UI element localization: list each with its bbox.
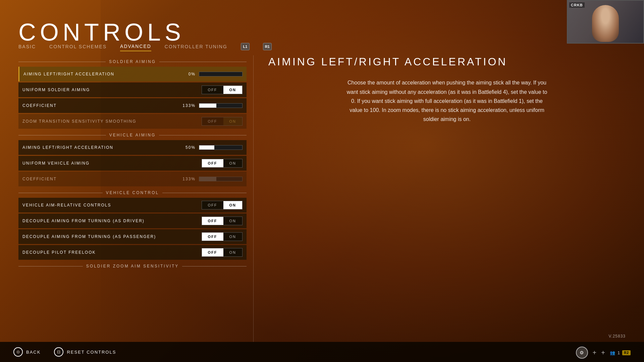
tab-basic[interactable]: BASIC xyxy=(18,42,36,51)
slider-fill-vehicle-aiming-lr xyxy=(199,145,214,149)
plus-icon-2: + xyxy=(601,349,605,357)
detail-title: AIMING LEFT/RIGHT ACCELERATION xyxy=(268,55,626,68)
slider-vehicle-coefficient xyxy=(199,177,243,181)
setting-name-vehicle-coefficient: COEFFICIENT xyxy=(22,177,179,181)
setting-row-uniform-soldier-aiming[interactable]: UNIFORM SOLDIER AIMING OFF ON xyxy=(18,82,247,97)
back-label: BACK xyxy=(26,350,41,355)
toggle-off-vehicle-aim-relative[interactable]: OFF xyxy=(202,201,223,209)
setting-row-vehicle-aim-relative[interactable]: VEHICLE AIM-RELATIVE CONTROLS OFF ON xyxy=(18,198,247,213)
webcam-person xyxy=(592,5,619,42)
section-vehicle-control-label: VEHICLE CONTROL xyxy=(106,190,159,195)
reset-label: RESET CONTROLS xyxy=(67,350,116,355)
settings-wheel-icon[interactable]: ⚙ xyxy=(576,347,588,359)
setting-name-coefficient: COEFFICIENT xyxy=(22,103,179,108)
toggle-on-vehicle-aim-relative[interactable]: ON xyxy=(223,201,243,209)
toggle-vehicle-aim-relative[interactable]: OFF ON xyxy=(202,201,243,209)
team-symbol: 👥 xyxy=(610,350,615,355)
slider-vehicle-aiming-lr[interactable] xyxy=(199,145,243,150)
reset-icon: ⊡ xyxy=(54,347,63,357)
section-soldier-zoom-header: SOLDIER ZOOM AIM SENSITIVITY xyxy=(18,264,247,268)
setting-name-decouple-driver: DECOUPLE AIMING FROM TURNING (AS DRIVER) xyxy=(22,219,202,223)
back-button[interactable]: ⊙ BACK xyxy=(13,347,41,357)
player-count: 1 xyxy=(618,350,620,355)
team-icon: 👥 1 R2 xyxy=(610,350,631,355)
setting-row-coefficient[interactable]: COEFFICIENT 133% xyxy=(18,98,247,113)
toggle-on-uniform-soldier-aiming[interactable]: ON xyxy=(223,86,243,94)
setting-value-aiming-lr-accel: 0% xyxy=(179,72,196,76)
detail-description: Choose the amount of acceleration when p… xyxy=(346,78,548,124)
section-line-va-right xyxy=(159,135,247,135)
toggle-on-zoom-transition: ON xyxy=(223,117,243,125)
toggle-off-zoom-transition: OFF xyxy=(202,117,223,125)
plus-icon-1: + xyxy=(593,349,597,357)
section-soldier-zoom-label: SOLDIER ZOOM AIM SENSITIVITY xyxy=(86,264,179,268)
right-panel: AIMING LEFT/RIGHT ACCELERATION Choose th… xyxy=(268,55,626,342)
setting-row-decouple-passenger[interactable]: DECOUPLE AIMING FROM TURNING (AS PASSENG… xyxy=(18,229,247,244)
toggle-zoom-transition: OFF ON xyxy=(202,117,243,126)
section-vehicle-aiming-header: VEHICLE AIMING xyxy=(18,133,247,137)
setting-row-aiming-lr-accel[interactable]: AIMING LEFT/RIGHT ACCELERATION 0% xyxy=(18,67,247,81)
slider-fill-vehicle-coefficient xyxy=(199,177,216,181)
setting-name-aiming-lr-accel: AIMING LEFT/RIGHT ACCELERATION xyxy=(23,72,179,76)
section-line-vc-left xyxy=(18,193,103,193)
setting-name-uniform-vehicle-aiming: UNIFORM VEHICLE AIMING xyxy=(22,161,202,166)
setting-name-uniform-soldier-aiming: UNIFORM SOLDIER AIMING xyxy=(22,87,202,92)
toggle-uniform-vehicle-aiming[interactable]: OFF ON xyxy=(202,159,243,168)
setting-name-decouple-pilot-freelook: DECOUPLE PILOT FREELOOK xyxy=(22,250,202,255)
toggle-off-uniform-soldier-aiming[interactable]: OFF xyxy=(202,86,223,94)
main-content: CRKB CONTROLS BASIC CONTROL SCHEMES ADVA… xyxy=(0,0,644,362)
toggle-off-decouple-passenger[interactable]: OFF xyxy=(202,233,223,241)
toggle-on-decouple-pilot-freelook[interactable]: ON xyxy=(223,248,243,256)
tab-advanced[interactable]: ADVANCED xyxy=(120,42,151,51)
tab-control-schemes[interactable]: CONTROL SCHEMES xyxy=(49,42,107,51)
section-line-right xyxy=(159,62,247,62)
badge-r1: R1 xyxy=(263,43,272,50)
bottom-right-icons: ⚙ + + 👥 1 R2 xyxy=(576,347,631,359)
nav-tabs: BASIC CONTROL SCHEMES ADVANCED CONTROLLE… xyxy=(18,42,272,51)
toggle-off-uniform-vehicle-aiming[interactable]: OFF xyxy=(202,159,223,167)
webcam-tag: CRKB xyxy=(569,2,585,8)
setting-row-decouple-pilot-freelook[interactable]: DECOUPLE PILOT FREELOOK OFF ON xyxy=(18,245,247,260)
setting-row-decouple-driver[interactable]: DECOUPLE AIMING FROM TURNING (AS DRIVER)… xyxy=(18,214,247,228)
left-panel: SOLDIER AIMING AIMING LEFT/RIGHT ACCELER… xyxy=(18,55,247,342)
toggle-on-decouple-driver[interactable]: ON xyxy=(223,217,243,225)
toggle-off-decouple-pilot-freelook[interactable]: OFF xyxy=(202,248,223,256)
section-line-sz-right xyxy=(182,266,247,266)
slider-aiming-lr-accel[interactable] xyxy=(199,72,243,76)
setting-name-vehicle-aim-relative: VEHICLE AIM-RELATIVE CONTROLS xyxy=(22,203,202,207)
setting-row-uniform-vehicle-aiming[interactable]: UNIFORM VEHICLE AIMING OFF ON xyxy=(18,156,247,171)
section-vehicle-control-header: VEHICLE CONTROL xyxy=(18,190,247,195)
toggle-uniform-soldier-aiming[interactable]: OFF ON xyxy=(202,85,243,94)
section-vehicle-aiming-label: VEHICLE AIMING xyxy=(109,133,156,137)
tab-controller-tuning[interactable]: CONTROLLER TUNING xyxy=(165,42,227,51)
setting-row-zoom-transition: ZOOM TRANSITION SENSITIVITY SMOOTHING OF… xyxy=(18,114,247,129)
setting-name-vehicle-aiming-lr: AIMING LEFT/RIGHT ACCELERATION xyxy=(22,145,179,150)
version-text: V.25833 xyxy=(608,334,626,339)
section-line-va-left xyxy=(18,135,106,135)
slider-fill-coefficient xyxy=(199,104,216,108)
toggle-off-decouple-driver[interactable]: OFF xyxy=(202,217,223,225)
section-soldier-aiming-header: SOLDIER AIMING xyxy=(18,59,247,64)
badge-l1: L1 xyxy=(241,43,250,50)
vertical-divider xyxy=(253,55,254,342)
webcam-overlay: CRKB xyxy=(567,0,644,44)
toggle-decouple-passenger[interactable]: OFF ON xyxy=(202,232,243,241)
setting-value-vehicle-coefficient: 133% xyxy=(179,177,196,181)
section-line-sz-left xyxy=(18,266,83,266)
setting-row-vehicle-aiming-lr[interactable]: AIMING LEFT/RIGHT ACCELERATION 50% xyxy=(18,140,247,155)
setting-name-decouple-passenger: DECOUPLE AIMING FROM TURNING (AS PASSENG… xyxy=(22,234,202,239)
setting-row-vehicle-coefficient: COEFFICIENT 133% xyxy=(18,172,247,186)
back-icon: ⊙ xyxy=(13,347,23,357)
toggle-on-decouple-passenger[interactable]: ON xyxy=(223,233,243,241)
toggle-on-uniform-vehicle-aiming[interactable]: ON xyxy=(223,159,243,167)
section-soldier-aiming-label: SOLDIER AIMING xyxy=(109,59,156,64)
slider-coefficient[interactable] xyxy=(199,103,243,108)
toggle-decouple-pilot-freelook[interactable]: OFF ON xyxy=(202,248,243,257)
setting-value-vehicle-aiming-lr: 50% xyxy=(179,145,196,150)
section-line-vc-right xyxy=(162,193,247,193)
setting-value-coefficient: 133% xyxy=(179,103,196,108)
r2-badge: R2 xyxy=(622,350,631,355)
section-line-left xyxy=(18,62,106,62)
toggle-decouple-driver[interactable]: OFF ON xyxy=(202,217,243,225)
reset-controls-button[interactable]: ⊡ RESET CONTROLS xyxy=(54,347,116,357)
